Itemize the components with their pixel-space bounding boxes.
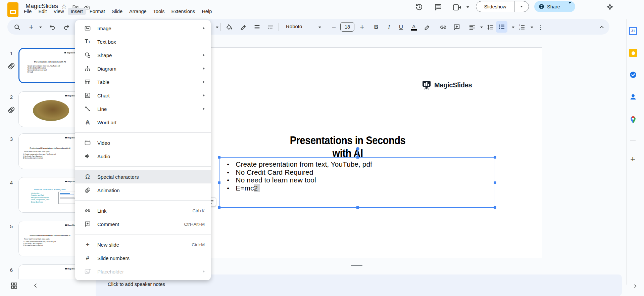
insert-menu-item-image[interactable]: Image <box>75 22 211 35</box>
insert-menu-item-comment[interactable]: Comment Ctrl+Alt+M <box>75 217 211 231</box>
slide-logo[interactable]: MagicSlides <box>422 80 472 90</box>
collapse-filmstrip-icon[interactable] <box>32 282 39 289</box>
numbered-list-icon[interactable]: 12 <box>517 23 526 32</box>
collapse-toolbar-icon[interactable] <box>597 23 606 32</box>
camera-dropdown-caret[interactable] <box>466 6 469 8</box>
menu-insert[interactable]: Insert <box>68 8 86 15</box>
gemini-sparkle-icon[interactable] <box>606 3 614 11</box>
insert-menu-item-table[interactable]: Table <box>75 75 211 89</box>
slide-thumbnail-5[interactable]: MagicSlides Professional Presentations i… <box>18 221 82 256</box>
menu-format[interactable]: Format <box>87 8 108 15</box>
slide-bullet-2[interactable]: No Credit Card Required <box>236 168 313 176</box>
insert-menu-item-special-characters[interactable]: Ω Special characters <box>75 170 211 183</box>
font-size-input[interactable]: 18 <box>340 22 354 32</box>
resize-handle-nw[interactable] <box>218 156 220 159</box>
insert-menu-item-textbox[interactable]: TT Text box <box>75 35 211 48</box>
highlight-color-icon[interactable] <box>423 23 432 32</box>
slide-formula-text[interactable]: E=mc <box>236 184 254 192</box>
bulleted-list-caret[interactable] <box>509 23 517 32</box>
maps-icon[interactable] <box>629 116 637 124</box>
add-comment-icon[interactable] <box>452 23 461 32</box>
slideshow-dropdown[interactable] <box>514 6 529 7</box>
insert-menu-item-wordart[interactable]: A Word art <box>75 116 211 129</box>
zoom-add-icon[interactable]: + <box>27 23 36 32</box>
menu-view[interactable]: View <box>50 8 67 15</box>
show-side-panel-icon[interactable] <box>632 283 638 289</box>
slide-thumbnail-2[interactable]: MagicSlides <box>18 91 82 127</box>
menu-arrange[interactable]: Arrange <box>126 8 150 15</box>
slide-thumbnail-1[interactable]: MagicSlides Presentations in Seconds wit… <box>18 48 82 83</box>
version-history-icon[interactable] <box>415 3 424 11</box>
border-color-icon[interactable] <box>239 23 248 32</box>
menu-slide[interactable]: Slide <box>109 8 126 15</box>
resize-handle-e[interactable] <box>494 181 496 184</box>
resize-handle-n[interactable] <box>356 156 359 159</box>
tasks-icon[interactable] <box>629 71 637 79</box>
border-weight-icon[interactable] <box>253 23 261 32</box>
insert-menu-item-audio[interactable]: Audio <box>75 150 211 163</box>
resize-handle-se[interactable] <box>494 206 496 209</box>
insert-link-icon[interactable] <box>439 23 448 32</box>
border-dash-icon[interactable] <box>266 23 275 32</box>
resize-handle-ne[interactable] <box>494 156 496 159</box>
insert-menu-item-chart[interactable]: Chart <box>75 89 211 102</box>
font-family-select[interactable]: Roboto <box>286 24 302 29</box>
slide-thumbnail-4[interactable]: MagicSlides What are the Parts of a WebQ… <box>18 177 82 213</box>
menu-edit[interactable]: Edit <box>35 8 50 15</box>
slide2-animations-icon[interactable] <box>7 106 15 114</box>
insert-menu-item-line[interactable]: Line <box>75 102 211 116</box>
bulleted-list-icon[interactable] <box>496 21 507 33</box>
slide-bullet-3[interactable]: No need to learn new tool <box>236 176 316 184</box>
menu-tools[interactable]: Tools <box>150 8 168 15</box>
keep-icon[interactable] <box>629 49 637 57</box>
more-options-icon[interactable]: ⋮ <box>536 23 545 32</box>
slide-title[interactable]: Presentations in Seconds with AI <box>280 134 416 160</box>
slideshow-button[interactable]: Slideshow <box>476 4 514 9</box>
share-dropdown[interactable] <box>568 4 571 10</box>
speaker-notes-placeholder[interactable]: Click to add speaker notes <box>108 282 165 287</box>
align-icon[interactable] <box>468 23 477 32</box>
italic-icon[interactable]: I <box>385 23 393 32</box>
search-menus-icon[interactable] <box>13 23 21 32</box>
font-family-caret[interactable] <box>315 23 324 32</box>
slide-bullet-1[interactable]: Create presentation from text, YouTube, … <box>236 160 372 168</box>
menu-file[interactable]: File <box>21 8 35 15</box>
numbered-list-caret[interactable] <box>528 23 536 32</box>
underline-icon[interactable]: U <box>397 23 405 32</box>
font-size-decrease[interactable]: − <box>330 23 338 32</box>
comments-icon[interactable] <box>434 3 442 11</box>
fill-color-icon[interactable] <box>225 23 234 32</box>
resize-handle-s[interactable] <box>356 206 359 209</box>
calendar-icon[interactable]: 31 <box>629 27 637 35</box>
menu-help[interactable]: Help <box>199 8 215 15</box>
text-color-icon[interactable]: A <box>409 23 418 32</box>
slide-text-box[interactable]: ●Create presentation from text, YouTube,… <box>219 157 495 208</box>
rotate-handle[interactable] <box>356 147 359 151</box>
meet-camera-icon[interactable] <box>453 4 462 11</box>
resize-handle-w[interactable] <box>218 181 220 184</box>
bold-icon[interactable]: B <box>372 23 381 32</box>
font-size-increase[interactable]: + <box>358 23 366 32</box>
contacts-icon[interactable] <box>629 93 637 101</box>
insert-menu-item-slide-numbers[interactable]: # Slide numbers <box>75 251 211 265</box>
notes-resize-handle[interactable] <box>351 265 362 266</box>
slide-formula-selected-text[interactable]: 2 <box>254 184 260 192</box>
get-addons-icon[interactable]: + <box>630 154 635 164</box>
align-caret[interactable] <box>477 23 486 32</box>
insert-menu-item-animation[interactable]: Animation <box>75 183 211 197</box>
share-button[interactable]: Share <box>547 4 560 9</box>
slides-logo[interactable] <box>7 2 18 17</box>
insert-menu-item-link[interactable]: Link Ctrl+K <box>75 204 211 217</box>
menu-extensions[interactable]: Extensions <box>168 8 198 15</box>
insert-menu-item-video[interactable]: Video <box>75 136 211 150</box>
insert-menu-item-new-slide[interactable]: + New slide Ctrl+M <box>75 238 211 251</box>
insert-menu-item-diagram[interactable]: Diagram <box>75 62 211 75</box>
grid-view-icon[interactable] <box>10 282 18 290</box>
resize-handle-sw[interactable] <box>218 206 220 209</box>
redo-icon[interactable] <box>62 23 71 32</box>
slide-thumbnail-3[interactable]: MagicSlides Professional Presentations i… <box>18 133 82 169</box>
insert-menu-item-shape[interactable]: Shape <box>75 48 211 62</box>
slide1-animations-icon[interactable] <box>7 62 15 70</box>
line-spacing-icon[interactable] <box>486 23 495 32</box>
undo-icon[interactable] <box>48 23 57 32</box>
